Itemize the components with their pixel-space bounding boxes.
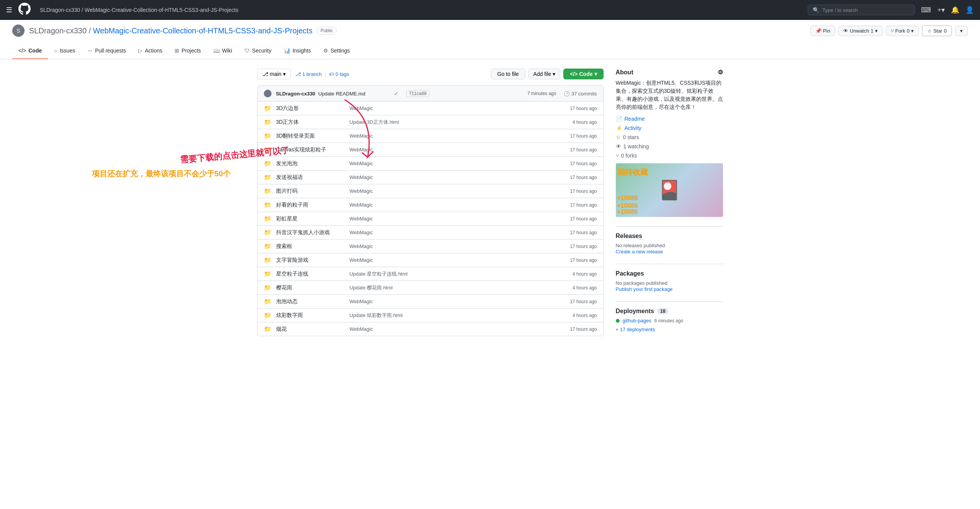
- file-rows: 📁 3D六边形 WebMagic 17 hours ago 📁 3D正方体 Up…: [258, 102, 603, 336]
- packages-title: Packages: [616, 270, 723, 277]
- fork-button[interactable]: ⑂ Fork 0 ▾: [886, 26, 919, 36]
- code-button[interactable]: </> Code ▾: [563, 69, 603, 79]
- nav-issues[interactable]: ○ Issues: [48, 43, 81, 59]
- branch-icon: ⎇: [262, 71, 268, 77]
- file-name[interactable]: 彩虹星星: [276, 215, 345, 222]
- file-name[interactable]: 搜索框: [276, 243, 345, 250]
- green-status-dot: [616, 319, 620, 323]
- file-message: WebMagic: [350, 202, 554, 208]
- terminal-icon[interactable]: ⌨: [921, 6, 931, 14]
- tag-icon: 🏷: [329, 71, 334, 77]
- repo-header: S SLDragon-cx330 / WebMagic-Creative-Col…: [0, 25, 980, 37]
- go-to-file-button[interactable]: Go to file: [491, 69, 525, 79]
- plus-3: +10086: [617, 209, 638, 215]
- more-deployments-link[interactable]: + 17 deployments: [616, 327, 723, 332]
- file-name[interactable]: 好看的粒子雨: [276, 202, 345, 209]
- nav-security[interactable]: 🛡 Security: [238, 43, 278, 59]
- file-name[interactable]: 文字冒险游戏: [276, 257, 345, 264]
- file-toolbar-right: Go to file Add file ▾ </> Code ▾: [491, 69, 604, 79]
- branch-button[interactable]: ⎇ main ▾: [257, 69, 291, 79]
- nav-actions[interactable]: ▷ Actions: [132, 43, 169, 59]
- file-name[interactable]: 烟花: [276, 326, 345, 333]
- annotation-expect: 期待收藏: [617, 167, 648, 177]
- settings-gear-icon[interactable]: ⚙: [718, 69, 723, 76]
- owner-link[interactable]: SLDragon-cx330: [40, 7, 80, 13]
- pin-button[interactable]: 📌 Pin: [810, 26, 835, 36]
- file-name[interactable]: 3D翻转登录页面: [276, 133, 345, 140]
- nav-settings[interactable]: ⚙ Settings: [317, 43, 356, 59]
- file-time: 17 hours ago: [559, 189, 597, 194]
- plus-icon[interactable]: +▾: [937, 6, 945, 14]
- watching-stat[interactable]: 👁 1 watching: [616, 143, 723, 149]
- repo-link[interactable]: WebMagic-Creative-Collection-of-HTML5-CS…: [85, 7, 238, 13]
- commit-info: SLDragon-cx330 Update README.md: [276, 91, 389, 97]
- unwatch-button[interactable]: 👁 Unwatch 1 ▾: [838, 26, 883, 36]
- folder-icon: 📁: [264, 229, 272, 236]
- activity-link[interactable]: ⚡ Activity: [616, 125, 723, 131]
- file-name[interactable]: 星空粒子连线: [276, 271, 345, 277]
- file-name[interactable]: 炫彩数字雨: [276, 312, 345, 319]
- file-name[interactable]: Canvas实现炫彩粒子: [276, 146, 345, 153]
- nav-wiki[interactable]: 📖 Wiki: [207, 43, 238, 59]
- github-pages-link[interactable]: github-pages: [623, 318, 651, 323]
- file-message: WebMagic: [350, 326, 554, 332]
- branch-count[interactable]: ⎇ 1 branch: [295, 71, 322, 77]
- releases-title: Releases: [616, 233, 723, 240]
- file-name[interactable]: 3D正方体: [276, 119, 345, 126]
- file-time: 17 hours ago: [559, 230, 597, 235]
- main-container: ⎇ main ▾ ⎇ 1 branch | 🏷 0 tags Go to fil…: [245, 59, 735, 351]
- publish-package-link[interactable]: Publish your first package: [616, 286, 673, 292]
- forks-stat[interactable]: ⑂ 0 forks: [616, 153, 723, 159]
- file-message: Update 炫彩数字雨.html: [350, 312, 554, 319]
- plus-1: +10086: [617, 195, 638, 202]
- file-name[interactable]: 发光泡泡: [276, 160, 345, 167]
- file-message: WebMagic: [350, 147, 554, 153]
- tag-count[interactable]: 🏷 0 tags: [329, 71, 349, 77]
- file-time: 17 hours ago: [559, 175, 597, 180]
- file-message: Update 星空粒子连线.html: [350, 271, 554, 277]
- activity-icon: ⚡: [616, 125, 622, 131]
- file-name[interactable]: 发送祝福语: [276, 174, 345, 181]
- file-name[interactable]: 樱花雨: [276, 284, 345, 291]
- stars-stat[interactable]: ☆ 0 stars: [616, 134, 723, 140]
- file-row: 📁 3D翻转登录页面 WebMagic 17 hours ago: [258, 129, 603, 143]
- star-button[interactable]: ☆ Star 0: [922, 25, 952, 36]
- code-icon: </>: [18, 48, 26, 54]
- avatar-icon[interactable]: 👤: [965, 6, 974, 14]
- top-nav: ☰ SLDragon-cx330 / WebMagic-Creative-Col…: [0, 0, 980, 20]
- create-release-link[interactable]: Create a new release: [616, 249, 663, 254]
- readme-link[interactable]: 📄 Readme: [616, 116, 723, 122]
- add-file-button[interactable]: Add file ▾: [528, 69, 561, 79]
- file-name[interactable]: 图片打码: [276, 188, 345, 195]
- github-logo[interactable]: [18, 3, 31, 17]
- star-dropdown-button[interactable]: ▾: [955, 26, 968, 36]
- visibility-badge: Public: [317, 27, 337, 34]
- file-list-container: SLDragon-cx330 Update README.md ✓ 711ca8…: [257, 85, 604, 336]
- about-links: 📄 Readme ⚡ Activity ☆ 0 stars 👁 1 watchi…: [616, 116, 723, 159]
- file-row: 📁 好看的粒子雨 WebMagic 17 hours ago: [258, 198, 603, 212]
- file-name[interactable]: 3D六边形: [276, 105, 345, 112]
- right-panel: About ⚙ WebMagic：创意HTML5、CSS3和JS项目的集合，探索…: [616, 69, 723, 342]
- nav-pullrequests[interactable]: ↔ Pull requests: [81, 43, 132, 59]
- file-name[interactable]: 泡泡动态: [276, 298, 345, 305]
- commits-count[interactable]: 🕐 37 commits: [564, 91, 597, 97]
- hamburger-icon[interactable]: ☰: [6, 6, 12, 14]
- commit-author[interactable]: SLDragon-cx330: [276, 91, 316, 97]
- releases-section: Releases No releases published Create a …: [616, 226, 723, 254]
- file-message: WebMagic: [350, 161, 554, 166]
- commit-hash[interactable]: 711ca88: [406, 90, 520, 97]
- search-icon: 🔍: [813, 7, 819, 13]
- notification-icon[interactable]: 🔔: [951, 6, 959, 14]
- star-stat-icon: ☆: [616, 134, 621, 140]
- forks-icon: ⑂: [616, 153, 619, 159]
- nav-insights[interactable]: 📊 Insights: [278, 43, 317, 59]
- left-panel: ⎇ main ▾ ⎇ 1 branch | 🏷 0 tags Go to fil…: [257, 69, 604, 342]
- file-row: 📁 搜索框 WebMagic 17 hours ago: [258, 240, 603, 253]
- nav-projects[interactable]: ⊞ Projects: [169, 43, 207, 59]
- file-time: 17 hours ago: [559, 299, 597, 304]
- file-message: WebMagic: [350, 105, 554, 111]
- search-box[interactable]: 🔍 Type / to search: [808, 5, 915, 15]
- file-message: WebMagic: [350, 230, 554, 235]
- nav-code[interactable]: </> Code: [12, 43, 48, 59]
- file-name[interactable]: 抖音汉字鬼抓人小游戏: [276, 229, 345, 236]
